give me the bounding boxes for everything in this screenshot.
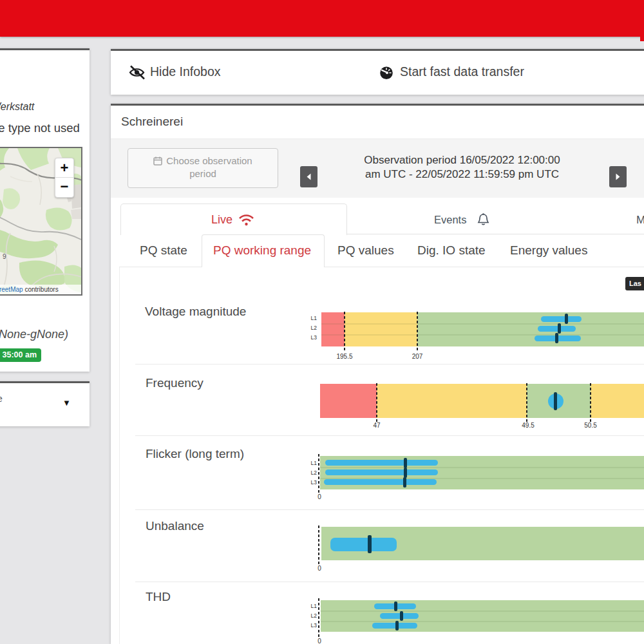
svg-text:OpenStreetMap contributors: OpenStreetMap contributors bbox=[0, 286, 59, 293]
svg-text:9: 9 bbox=[3, 253, 6, 260]
